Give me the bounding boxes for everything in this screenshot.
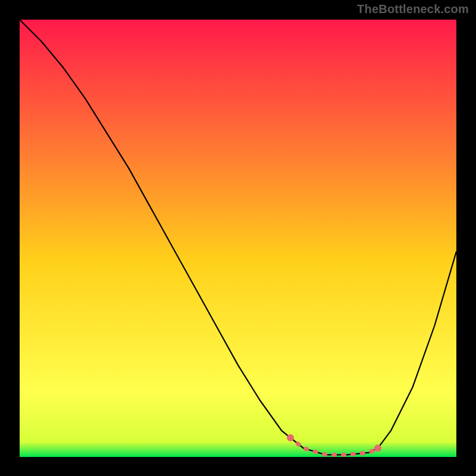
trough-start-dot [287,434,294,441]
watermark-text: TheBottleneck.com [357,2,469,16]
bottleneck-chart [0,0,476,476]
chart-container: TheBottleneck.com [0,0,476,476]
plot-area-gradient [20,20,456,457]
trough-end-dot [374,444,381,452]
